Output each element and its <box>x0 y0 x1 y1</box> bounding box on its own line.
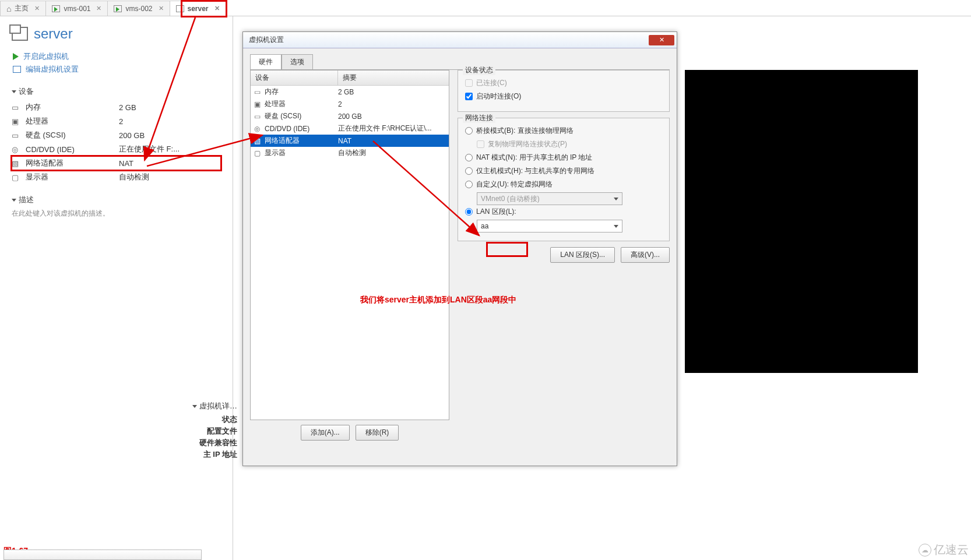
hw-row-cpu[interactable]: ▣处理器2 <box>251 98 449 110</box>
device-row-cpu[interactable]: ▣处理器2 <box>12 114 221 128</box>
vm-running-icon <box>114 5 122 12</box>
vm-icon <box>176 5 184 12</box>
memory-icon: ▭ <box>254 88 265 96</box>
device-list: ▭内存2 GB ▣处理器2 ▭硬盘 (SCSI)200 GB ◎CD/DVD (… <box>12 100 221 184</box>
chevron-down-icon <box>614 225 618 228</box>
connected-checkbox: 已连接(C) <box>465 76 662 90</box>
tab-home[interactable]: 主页 ✕ <box>0 1 46 16</box>
summary-state: 状态 <box>192 414 237 425</box>
power-on-label: 开启此虚拟机 <box>23 51 69 62</box>
vm-details-header[interactable]: 虚拟机详… <box>192 401 237 411</box>
dialog-title: 虚拟机设置 <box>249 35 284 45</box>
tab-label: server <box>188 5 209 13</box>
group-title: 设备状态 <box>463 65 495 75</box>
network-icon: ▧ <box>254 137 265 145</box>
close-icon[interactable]: ✕ <box>96 5 101 12</box>
hardware-list-header: 设备 摘要 <box>251 71 449 86</box>
cpu-icon: ▣ <box>12 117 22 126</box>
lan-segment-combo[interactable]: aa <box>477 220 622 233</box>
device-row-memory[interactable]: ▭内存2 GB <box>12 100 221 114</box>
network-icon: ▧ <box>12 159 22 168</box>
hw-row-display[interactable]: ▢显示器自动检测 <box>251 147 449 159</box>
network-settings-pane: 设备状态 已连接(C) 启动时连接(O) 网络连接 桥接模式(B): 直接连接物… <box>458 70 670 443</box>
devices-header[interactable]: 设备 <box>12 86 221 97</box>
device-row-cddvd[interactable]: ◎CD/DVD (IDE)正在使用文件 F:... <box>12 142 221 156</box>
bridged-radio[interactable]: 桥接模式(B): 直接连接物理网络 <box>465 124 662 138</box>
edit-settings-link[interactable]: 编辑虚拟机设置 <box>13 63 221 76</box>
tab-label: vms-001 <box>64 5 90 13</box>
network-connection-group: 网络连接 桥接模式(B): 直接连接物理网络 复制物理网络连接状态(P) NAT… <box>458 118 670 241</box>
annotation-text: 我们将server主机添加到LAN区段aa网段中 <box>360 295 516 305</box>
dialog-titlebar[interactable]: 虚拟机设置 ✕ <box>243 32 677 48</box>
vm-running-icon <box>52 5 60 12</box>
display-icon: ▢ <box>12 173 22 182</box>
vm-details-summary: 虚拟机详… 状态 配置文件 硬件兼容性 主 IP 地址 <box>192 401 237 460</box>
chevron-down-icon <box>614 198 618 200</box>
display-icon: ▢ <box>254 149 265 157</box>
tab-label: 主页 <box>15 3 29 13</box>
vm-summary-panel: server 开启此虚拟机 编辑虚拟机设置 设备 ▭内存2 GB ▣处理器2 ▭… <box>0 16 233 560</box>
close-icon[interactable]: ✕ <box>159 5 164 12</box>
remove-hardware-button[interactable]: 移除(R) <box>356 425 399 441</box>
vm-settings-dialog: 虚拟机设置 ✕ 硬件 选项 设备 摘要 ▭内存2 GB ▣处理器2 ▭硬盘 (S… <box>242 31 677 466</box>
hw-row-memory[interactable]: ▭内存2 GB <box>251 86 449 98</box>
tab-vms-001[interactable]: vms-001 ✕ <box>45 1 108 16</box>
advanced-button[interactable]: 高级(V)... <box>621 247 670 263</box>
cd-icon: ◎ <box>254 125 265 133</box>
edit-icon <box>13 66 21 73</box>
dialog-tabs: 硬件 选项 <box>250 54 670 70</box>
home-icon <box>6 4 11 13</box>
cd-icon: ◎ <box>12 145 22 154</box>
summary-ip: 主 IP 地址 <box>192 449 237 460</box>
watermark: ☁ 亿速云 <box>919 542 969 558</box>
lan-segment-radio[interactable]: LAN 区段(L): <box>465 205 662 219</box>
close-icon[interactable]: ✕ <box>214 5 220 12</box>
tab-options[interactable]: 选项 <box>282 54 313 69</box>
disk-icon: ▭ <box>254 112 265 121</box>
cloud-icon: ☁ <box>919 544 931 557</box>
cpu-icon: ▣ <box>254 100 265 108</box>
vm-console-area <box>685 70 918 373</box>
collapse-icon <box>12 199 16 202</box>
lan-segments-button[interactable]: LAN 区段(S)... <box>550 247 615 263</box>
dialog-close-button[interactable]: ✕ <box>649 35 674 45</box>
hw-row-cddvd[interactable]: ◎CD/DVD (IDE)正在使用文件 F:\RHCE认证\... <box>251 122 449 135</box>
connect-on-start-checkbox[interactable]: 启动时连接(O) <box>465 90 662 103</box>
hw-row-disk[interactable]: ▭硬盘 (SCSI)200 GB <box>251 110 449 122</box>
tab-hardware[interactable]: 硬件 <box>250 54 282 69</box>
tab-server[interactable]: server ✕ <box>170 1 226 16</box>
description-header[interactable]: 描述 <box>12 195 221 205</box>
device-row-display[interactable]: ▢显示器自动检测 <box>12 170 221 184</box>
summary-config: 配置文件 <box>192 425 237 437</box>
add-hardware-button[interactable]: 添加(A)... <box>301 425 350 441</box>
nat-radio[interactable]: NAT 模式(N): 用于共享主机的 IP 地址 <box>465 151 662 164</box>
replicate-checkbox: 复制物理网络连接状态(P) <box>477 138 662 151</box>
collapse-icon <box>192 405 197 408</box>
col-device[interactable]: 设备 <box>251 71 338 85</box>
tab-label: vms-002 <box>125 5 152 13</box>
summary-hwcompat: 硬件兼容性 <box>192 437 237 449</box>
collapse-icon <box>12 90 16 93</box>
device-row-disk[interactable]: ▭硬盘 (SCSI)200 GB <box>12 128 221 142</box>
custom-radio[interactable]: 自定义(U): 特定虚拟网络 <box>465 178 662 191</box>
device-row-network[interactable]: ▧网络适配器NAT <box>12 156 221 170</box>
hardware-buttons: 添加(A)... 移除(R) <box>250 420 449 443</box>
disk-icon: ▭ <box>12 131 22 140</box>
hw-row-network[interactable]: ▧网络适配器NAT <box>251 135 449 147</box>
status-bar <box>3 550 202 560</box>
device-status-group: 设备状态 已连接(C) 启动时连接(O) <box>458 70 670 112</box>
tab-vms-002[interactable]: vms-002 ✕ <box>107 1 170 16</box>
col-summary[interactable]: 摘要 <box>338 71 449 85</box>
hardware-list: 设备 摘要 ▭内存2 GB ▣处理器2 ▭硬盘 (SCSI)200 GB ◎CD… <box>250 70 449 420</box>
memory-icon: ▭ <box>12 103 22 112</box>
network-buttons: LAN 区段(S)... 高级(V)... <box>458 247 670 263</box>
vm-title-text: server <box>34 26 73 42</box>
play-icon <box>13 53 19 60</box>
vm-title: server <box>12 26 221 42</box>
description-placeholder[interactable]: 在此处键入对该虚拟机的描述。 <box>12 209 221 219</box>
hostonly-radio[interactable]: 仅主机模式(H): 与主机共享的专用网络 <box>465 164 662 178</box>
group-title: 网络连接 <box>463 113 495 123</box>
close-icon[interactable]: ✕ <box>34 5 40 12</box>
power-on-link[interactable]: 开启此虚拟机 <box>13 50 221 63</box>
vm-title-icon <box>12 27 28 41</box>
